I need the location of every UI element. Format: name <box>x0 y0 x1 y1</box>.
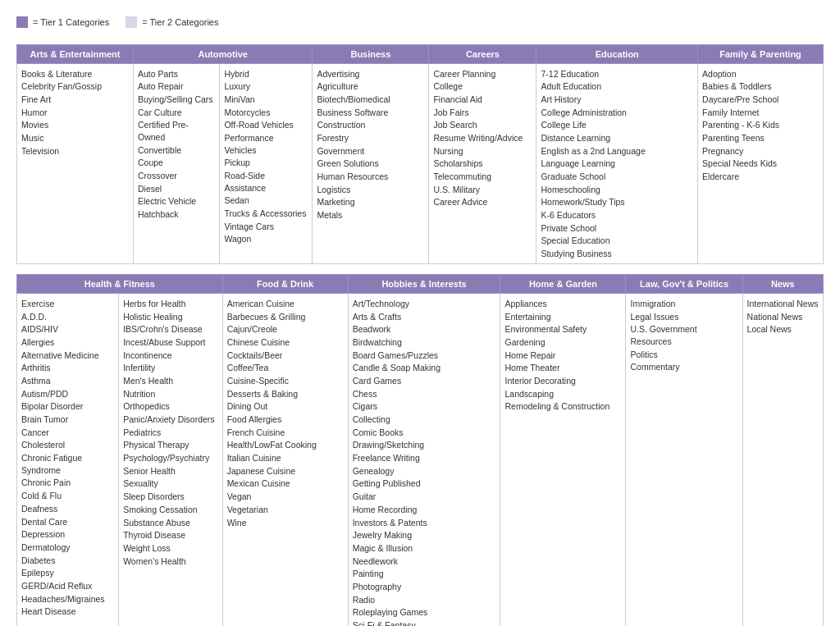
arts-list: Books & LiteratureCelebrity Fan/GossipFi… <box>21 67 129 158</box>
list-item: Homework/Study Tips <box>541 196 693 209</box>
list-item: Incest/Abuse Support <box>123 336 217 349</box>
list-item: Auto Repair <box>138 80 215 94</box>
list-item: Diabetes <box>21 554 114 567</box>
list-item: 7-12 Education <box>541 67 693 80</box>
list-item: National News <box>747 310 819 323</box>
list-item: Heart Disease <box>21 605 114 619</box>
list-item: Beadwork <box>353 323 496 336</box>
list-item: Home Recording <box>353 503 496 516</box>
list-item: Pediatrics <box>123 426 217 439</box>
tier1-legend-item: = Tier 1 Categories <box>16 16 109 28</box>
list-item: Government <box>317 144 424 158</box>
list-item: Board Games/Puzzles <box>353 349 496 362</box>
list-item: A.D.D. <box>21 310 114 323</box>
list-item: Cigars <box>353 400 496 414</box>
list-item: Fine Art <box>21 93 129 106</box>
list-item: Psychology/Psychiatry <box>123 452 217 465</box>
list-item: Infertility <box>123 362 217 375</box>
list-item: Smoking Cessation <box>123 503 217 516</box>
list-item: Herbs for Health <box>123 297 217 310</box>
list-item: Birdwatching <box>353 336 496 349</box>
list-item: Bipolar Disorder <box>21 400 114 414</box>
list-item: Language Learning <box>541 158 693 171</box>
list-item: Epilepsy <box>21 567 114 580</box>
list-item: Agriculture <box>317 80 424 94</box>
list-item: Construction <box>317 119 424 132</box>
list-item: Guitar <box>353 491 496 504</box>
tier1-box <box>16 16 28 28</box>
list-item: Trucks & Accessories <box>224 208 308 221</box>
list-item: Vegan <box>227 491 344 504</box>
list-item: Electric Vehicle <box>138 195 215 208</box>
list-item: Pregnancy <box>702 144 819 158</box>
list-item: Cajun/Creole <box>227 323 344 336</box>
list-item: Senior Health <box>123 464 217 477</box>
list-item: Interior Decorating <box>504 374 621 387</box>
careers-cell: Career PlanningCollegeFinancial AidJob F… <box>429 64 536 264</box>
list-item: Investors & Patents <box>353 516 496 529</box>
list-item: Eldercare <box>702 171 819 184</box>
list-item: Job Search <box>433 119 532 132</box>
list-item: Studying Business <box>541 248 693 261</box>
list-item: Holistic Healing <box>123 310 217 323</box>
list-item: Nursing <box>433 144 532 158</box>
list-item: Home Repair <box>504 349 621 362</box>
list-item: Comic Books <box>353 426 496 439</box>
list-item: Painting <box>353 568 496 581</box>
list-item: Marketing <box>317 196 424 209</box>
food-cell: American CuisineBarbecues & GrillingCaju… <box>222 294 348 626</box>
home-cell: AppliancesEntertainingEnvironmental Safe… <box>500 294 626 626</box>
list-item: Cold & Flu <box>21 490 114 503</box>
list-item: Health/LowFat Cooking <box>227 439 344 452</box>
news-header: News <box>742 275 823 294</box>
list-item: Coffee/Tea <box>227 362 344 375</box>
health-col1-cell: ExerciseA.D.D.AIDS/HIVAllergiesAlternati… <box>17 294 119 626</box>
list-item: Career Advice <box>433 196 532 209</box>
list-item: Depression <box>21 528 114 541</box>
list-item: Art History <box>541 93 693 106</box>
list-item: Scholarships <box>433 158 532 171</box>
family-header: Family & Parenting <box>698 45 824 64</box>
tier1-label: = Tier 1 Categories <box>33 17 109 27</box>
list-item: Magic & Illusion <box>353 541 496 555</box>
list-item: Commentary <box>630 361 737 374</box>
list-item: Chronic Pain <box>21 477 114 490</box>
food-list: American CuisineBarbecues & GrillingCaju… <box>227 297 344 528</box>
list-item: Sedan <box>224 194 308 208</box>
arts-header: Arts & Entertainment <box>17 45 134 64</box>
list-item: American Cuisine <box>227 297 344 310</box>
health-col1-list: ExerciseA.D.D.AIDS/HIVAllergiesAlternati… <box>21 297 114 618</box>
auto-col2-cell: HybridLuxuryMiniVanMotorcyclesOff-Road V… <box>220 64 313 264</box>
auto-col2-list: HybridLuxuryMiniVanMotorcyclesOff-Road V… <box>224 67 308 246</box>
list-item: Parenting Teens <box>702 131 819 144</box>
tier2-label: = Tier 2 Categories <box>142 17 218 27</box>
tier2-box <box>126 16 137 28</box>
list-item: Sexuality <box>123 477 217 491</box>
list-item: Environmental Safety <box>504 323 621 336</box>
list-item: Sci-Fi & Fantasy <box>353 619 496 627</box>
list-item: Vegetarian <box>227 503 344 516</box>
list-item: MiniVan <box>224 93 308 106</box>
family-list: AdoptionBabies & ToddlersDaycare/Pre Sch… <box>702 67 819 183</box>
list-item: Crossover <box>138 170 215 183</box>
health-col2-list: Herbs for HealthHolistic HealingIBS/Croh… <box>123 297 217 567</box>
arts-cell: Books & LiteratureCelebrity Fan/GossipFi… <box>17 64 134 264</box>
list-item: Financial Aid <box>433 93 532 106</box>
home-list: AppliancesEntertainingEnvironmental Safe… <box>504 297 621 413</box>
list-item: Cancer <box>21 426 114 439</box>
list-item: Alternative Medicine <box>21 349 114 362</box>
list-item: Sleep Disorders <box>123 491 217 504</box>
list-item: Entertaining <box>504 310 621 323</box>
list-item: Chess <box>353 387 496 400</box>
list-item: Immigration <box>630 297 737 310</box>
list-item: Luxury <box>224 80 308 94</box>
automotive-header: Automotive <box>133 45 312 64</box>
list-item: Photography <box>353 580 496 593</box>
list-item: Deafness <box>21 502 114 515</box>
list-item: Jewelry Making <box>353 529 496 542</box>
list-item: Advertising <box>317 67 424 80</box>
family-cell: AdoptionBabies & ToddlersDaycare/Pre Sch… <box>698 64 824 264</box>
careers-header: Careers <box>429 45 536 64</box>
list-item: Weight Loss <box>123 541 217 555</box>
list-item: Collecting <box>353 414 496 427</box>
